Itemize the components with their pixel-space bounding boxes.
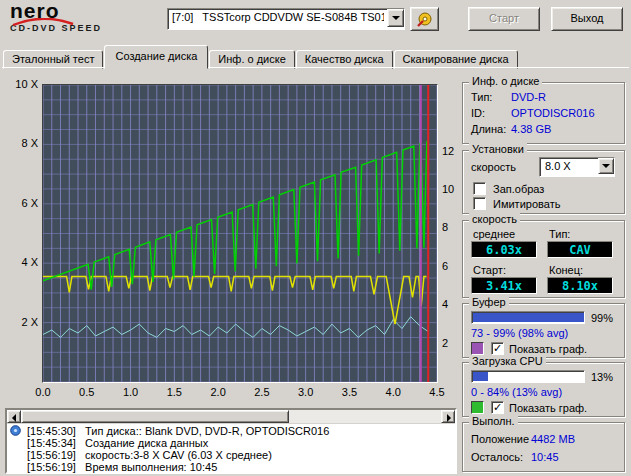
log-text: [15:45:30] Тип диска:: Blank DVD, DVD-R,…: [27, 425, 329, 437]
settings-title: Установки: [469, 143, 527, 155]
drive-select[interactable]: [7:0] TSSTcorp CDDVDW SE-S084B TS01: [167, 8, 405, 30]
y-axis-label: 8 X: [10, 137, 38, 149]
cpu-color-swatch: [471, 401, 484, 414]
right-axis-label: 6: [442, 260, 448, 272]
buffer-progressbar: [471, 311, 585, 324]
x-axis-label: 2.5: [250, 386, 274, 398]
speed-group: скорость среднее Тип: 6.03x CAV Старт: К…: [462, 220, 625, 298]
x-axis-label: 0.5: [75, 386, 99, 398]
speed-title: скорость: [469, 213, 520, 225]
chevron-down-icon: [392, 16, 400, 20]
x-axis-label: 1.5: [162, 386, 186, 398]
buffer-range: 73 - 99% (98% avg): [471, 327, 568, 339]
cpu-group: Загрузка CPU 13% 0 - 84% (13% avg) ✓ Пок…: [462, 362, 625, 417]
log-text: [15:56:19] скорость:3-8 X CAV (6.03 X ср…: [27, 449, 272, 461]
right-axis-label: 2: [442, 337, 448, 349]
log-panel: [15:45:30] Тип диска:: Blank DVD, DVD-R,…: [5, 408, 457, 474]
buffer-color-swatch: [471, 342, 484, 355]
position-value: 4482 MB: [531, 433, 575, 445]
scroll-left-button[interactable]: [7, 410, 21, 423]
arrow-left-icon: [12, 414, 16, 422]
disc-info-title: Инф. о диске: [469, 75, 542, 87]
x-axis-label: 4.5: [425, 386, 449, 398]
disc-type-label: Тип:: [471, 91, 492, 103]
right-axis-label: 4: [442, 298, 448, 310]
record-image-label: Зап.образ: [493, 183, 544, 195]
disc-icon: [10, 425, 21, 436]
speed-select-arrow[interactable]: [598, 158, 614, 174]
tool-icon: [416, 11, 433, 28]
remaining-label: Осталось:: [471, 451, 523, 463]
chevron-down-icon: [602, 164, 610, 168]
buffer-group: Буфер 99% 73 - 99% (98% avg) ✓ Показать …: [462, 303, 625, 358]
nero-logo: nero CD-DVD SPEED: [10, 1, 160, 33]
end-speed-label: Конец:: [549, 264, 583, 276]
tab-strip: Эталонный тестСоздание дискаИнф. о диске…: [3, 45, 519, 67]
remaining-value: 10:45: [531, 451, 559, 463]
log-hscrollbar[interactable]: [7, 410, 455, 424]
y-axis-label: 10 X: [10, 78, 38, 90]
avg-speed-display: 6.03x: [471, 241, 537, 258]
speed-select-value: 8.0 X: [545, 160, 571, 172]
buffer-show-graph-checkbox[interactable]: ✓: [491, 342, 504, 355]
log-lines: [15:45:30] Тип диска:: Blank DVD, DVD-R,…: [7, 424, 455, 473]
drive-select-arrow[interactable]: [387, 9, 404, 27]
speed-select[interactable]: 8.0 X: [539, 157, 615, 177]
log-text: [15:56:19] Время выполнения: 10:45: [27, 461, 217, 473]
tab-2[interactable]: Создание диска: [104, 45, 208, 69]
toolbar: nero CD-DVD SPEED [7:0] TSSTcorp CDDVDW …: [0, 0, 631, 42]
y-axis-label: 2 X: [10, 316, 38, 328]
buffer-percent: 99%: [591, 312, 613, 324]
right-axis-label: 12: [442, 145, 454, 157]
speed-type-label: Тип:: [549, 228, 570, 240]
x-axis-label: 3.5: [337, 386, 361, 398]
disc-id-label: ID:: [471, 107, 485, 119]
settings-group: Установки скорость 8.0 X Зап.образ Имити…: [462, 150, 625, 214]
disc-length-value: 4.38 GB: [511, 123, 551, 135]
x-axis-label: 3.0: [294, 386, 318, 398]
log-line: [15:45:34] Создание диска данных: [7, 437, 455, 449]
disc-type-value: DVD-R: [511, 91, 546, 103]
options-button[interactable]: [410, 7, 439, 31]
disc-info-group: Инф. о диске Тип: DVD-R ID: OPTODISCR016…: [462, 82, 625, 144]
start-button[interactable]: Старт: [468, 7, 540, 31]
log-line: [15:56:19] Время выполнения: 10:45: [7, 461, 455, 473]
simulate-label: Имитировать: [493, 198, 560, 210]
disc-length-label: Длина:: [471, 123, 506, 135]
arrow-right-icon: [447, 414, 451, 422]
progress-title: Выполн.: [469, 415, 518, 427]
scrollbar-thumb[interactable]: [21, 410, 289, 423]
start-speed-label: Старт:: [473, 264, 506, 276]
speed-select-label: скорость: [471, 161, 516, 173]
cpu-range: 0 - 84% (13% avg): [471, 386, 562, 398]
cpu-show-graph-checkbox[interactable]: ✓: [491, 401, 504, 414]
y-axis-label: 4 X: [10, 256, 38, 268]
nero-cd-dvd-speed-window: nero CD-DVD SPEED [7:0] TSSTcorp CDDVDW …: [0, 0, 631, 476]
exit-button[interactable]: Выход: [551, 7, 623, 31]
avg-speed-label: среднее: [473, 228, 515, 240]
log-text: [15:45:34] Создание диска данных: [27, 437, 208, 449]
x-axis-label: 2.0: [206, 386, 230, 398]
end-speed-display: 8.10x: [547, 277, 613, 294]
record-image-checkbox[interactable]: [473, 182, 486, 195]
cpu-progressbar: [471, 370, 585, 383]
x-axis-label: 1.0: [119, 386, 143, 398]
x-axis-label: 4.0: [381, 386, 405, 398]
start-speed-display: 3.41x: [471, 277, 537, 294]
drive-select-value: [7:0] TSSTcorp CDDVDW SE-S084B TS01: [172, 11, 384, 23]
simulate-checkbox[interactable]: [473, 197, 486, 210]
tab-content-frame: [2, 67, 629, 68]
log-line: [15:56:19] скорость:3-8 X CAV (6.03 X ср…: [7, 449, 455, 461]
disc-id-value: OPTODISCR016: [511, 107, 595, 119]
y-axis-label: 6 X: [10, 197, 38, 209]
x-axis-label: 0.0: [31, 386, 55, 398]
write-speed-chart: [42, 84, 438, 383]
position-label: Положение: [471, 433, 529, 445]
right-axis-label: 8: [442, 221, 448, 233]
log-line: [15:45:30] Тип диска:: Blank DVD, DVD-R,…: [7, 425, 455, 437]
cpu-show-graph-label: Показать граф.: [509, 402, 587, 414]
cpu-percent: 13%: [591, 371, 613, 383]
scroll-right-button[interactable]: [441, 410, 455, 423]
progress-group: Выполн. Положение 4482 MB Осталось: 10:4…: [462, 422, 625, 472]
right-axis-label: 10: [442, 183, 454, 195]
